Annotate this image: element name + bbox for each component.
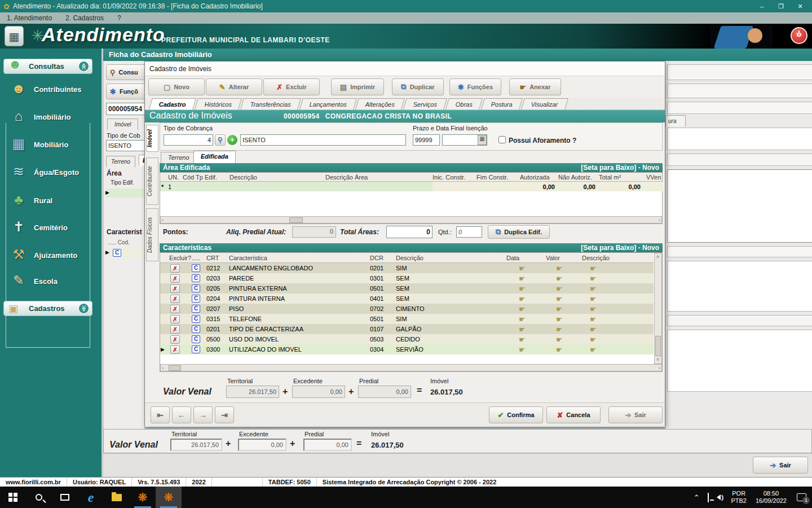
hand-pointer-icon[interactable]: ☛	[556, 314, 567, 324]
caracteristica-row[interactable]: ✗C0500USO DO IMOVEL0503CEDIDO☛☛☛	[160, 334, 654, 344]
funcoes-button[interactable]: ✱ Funçõ	[106, 84, 144, 99]
side-tab-dados-fisicos[interactable]: Dados Físicos	[146, 208, 158, 261]
hand-pointer-icon[interactable]: ☛	[519, 263, 530, 273]
file-explorer-button[interactable]	[104, 487, 130, 508]
hand-pointer-icon[interactable]: ☛	[590, 304, 601, 314]
sub-tab-edificada[interactable]: Edificada	[193, 151, 236, 163]
confirma-button[interactable]: ✔ Confirma	[489, 406, 543, 423]
hand-pointer-icon[interactable]: ☛	[556, 324, 567, 334]
start-button[interactable]	[0, 487, 26, 508]
fiorilli-app-button-2[interactable]: ❋	[156, 487, 182, 508]
prazo-input[interactable]: 99999	[413, 134, 440, 146]
excluir-row-icon[interactable]: ✗	[170, 295, 180, 303]
anexar-button[interactable]: ☛Anexar	[509, 78, 561, 95]
nav-first-button[interactable]: ⇤	[151, 406, 170, 423]
hand-pointer-icon[interactable]: ☛	[590, 314, 601, 324]
chevron-down-icon[interactable]: ≪	[78, 303, 89, 314]
consultas-button[interactable]: ⚲ Consu	[106, 64, 144, 80]
hand-pointer-icon[interactable]: ☛	[556, 294, 567, 304]
excluir-row-icon[interactable]: ✗	[170, 335, 180, 344]
minimize-button[interactable]: –	[752, 0, 771, 12]
caracteristica-row[interactable]: ✗C0212LANCAMENTO ENGLOBADO0201SIM☛☛☛	[160, 263, 654, 273]
hand-pointer-icon[interactable]: ☛	[519, 344, 530, 354]
alterar-button[interactable]: ✎Alterar	[206, 78, 262, 95]
total-areas-input[interactable]: 0	[386, 226, 433, 238]
sidebar-group-cadastros[interactable]: ▣ Cadastros ≪	[3, 301, 92, 316]
fiorilli-app-button-1[interactable]: ❋	[130, 487, 156, 508]
caracteristica-row[interactable]: ✗C0204PINTURA INTERNA0401SEM☛☛☛	[160, 294, 654, 304]
internet-explorer-button[interactable]: e	[78, 487, 104, 508]
hand-pointer-icon[interactable]: ☛	[590, 273, 601, 283]
hand-pointer-icon[interactable]: ☛	[519, 334, 530, 344]
side-tab-contribuinte[interactable]: Contribuinte	[146, 157, 158, 205]
hand-pointer-icon[interactable]: ☛	[590, 344, 601, 354]
task-view-button[interactable]	[52, 487, 78, 508]
excluir-row-icon[interactable]: ✗	[170, 325, 180, 334]
duplica-edif-button[interactable]: ⧉ Duplica Edif.	[488, 225, 550, 239]
bg-postura-tab-fragment[interactable]: ura	[665, 115, 686, 126]
tab-historicos[interactable]: Históricos	[195, 98, 242, 110]
imprimir-button[interactable]: ▤Imprimir	[331, 78, 384, 95]
excluir-row-icon[interactable]: ✗	[170, 305, 180, 313]
funcoes-button-dlg[interactable]: ✱Funções	[449, 78, 501, 95]
add-button[interactable]: +	[227, 135, 237, 145]
area-hscrollbar[interactable]: ‹ ›	[160, 216, 662, 224]
search-button-taskbar[interactable]	[26, 487, 52, 508]
hand-pointer-icon[interactable]: ☛	[519, 294, 530, 304]
sidebar-item-rural[interactable]: ♣Rural	[8, 189, 92, 212]
hand-pointer-icon[interactable]: ☛	[556, 334, 567, 344]
hand-pointer-icon[interactable]: ☛	[556, 344, 567, 354]
hand-pointer-icon[interactable]: ☛	[590, 283, 601, 294]
caracteristica-row[interactable]: ✗C0315TELEFONE0501SIM☛☛☛	[160, 314, 654, 324]
speaker-icon[interactable]: ))	[717, 494, 723, 501]
tipo-cobranca-desc-input[interactable]: ISENTO	[240, 134, 406, 146]
bg-imovel-tab[interactable]: Imóvel	[107, 119, 138, 130]
nav-last-button[interactable]: ⇥	[215, 406, 234, 423]
aforamento-checkbox[interactable]	[498, 136, 506, 143]
area-edificada-row[interactable]: * 1 0,00 0,00 0,00	[160, 182, 662, 191]
tab-cadastro[interactable]: Cadastro	[149, 98, 196, 110]
sidebar-item-agua-esgoto[interactable]: ≋Água/Esgoto	[8, 161, 92, 183]
tab-lancamentos[interactable]: Lançamentos	[299, 98, 357, 110]
network-icon[interactable]	[708, 493, 709, 502]
sidebar-item-mobiliario[interactable]: ▦Mobiliário	[8, 133, 92, 156]
nav-next-button[interactable]: →	[193, 406, 213, 423]
language-indicator[interactable]: PORPTB2	[731, 490, 747, 505]
excluir-button[interactable]: ✗Excluir	[263, 78, 320, 95]
clock[interactable]: 08:5016/09/2022	[756, 490, 787, 505]
tab-obras[interactable]: Obras	[445, 98, 483, 110]
calendar-icon[interactable]: ▦	[478, 135, 487, 145]
sidebar-item-cemiterio[interactable]: ✝Cemitério	[8, 216, 92, 239]
caracteristica-row[interactable]: ✗C0201TIPO DE CARACTERIZAA0107GALPÃO☛☛☛	[160, 324, 654, 334]
bg-terreno-tab[interactable]: Terreno	[106, 156, 135, 167]
caracteristica-row[interactable]: ✗C0205PINTURA EXTERNA0501SEM☛☛☛	[160, 283, 654, 294]
chevron-up-icon[interactable]: ≪	[78, 61, 89, 72]
menu-cadastros[interactable]: 2. Cadastros	[59, 14, 111, 22]
maximize-button[interactable]: ❐	[771, 0, 791, 12]
hand-pointer-icon[interactable]: ☛	[556, 283, 567, 294]
hand-pointer-icon[interactable]: ☛	[556, 273, 567, 283]
caracteristica-row[interactable]: ▶✗C0300UTILIZACAO DO IMOVEL0304SERVIÃO☛☛…	[160, 344, 654, 354]
side-tab-imovel[interactable]: Imóvel	[146, 125, 158, 152]
search-button[interactable]: ⚲	[215, 134, 226, 146]
notification-icon[interactable]: 1	[797, 493, 806, 501]
hand-pointer-icon[interactable]: ☛	[590, 334, 601, 344]
menu-atendimento[interactable]: 1. Atendimento	[0, 14, 59, 22]
qtd-input[interactable]: 0	[456, 226, 482, 238]
cancela-button[interactable]: ✘ Cancela	[546, 406, 601, 423]
carac-hscrollbar[interactable]: ‹ ›	[160, 364, 662, 371]
excluir-row-icon[interactable]: ✗	[170, 274, 180, 283]
excluir-row-icon[interactable]: ✗	[170, 264, 180, 273]
hand-pointer-icon[interactable]: ☛	[590, 324, 601, 334]
sidebar-group-consultas[interactable]: ☻ Consultas ≪	[3, 59, 92, 74]
menu-help[interactable]: ?	[111, 14, 128, 22]
close-button[interactable]: ✕	[791, 0, 810, 12]
sair-button-dialog[interactable]: ➔ Sair	[608, 406, 663, 423]
hand-pointer-icon[interactable]: ☛	[519, 314, 530, 324]
hand-pointer-icon[interactable]: ☛	[519, 273, 530, 283]
sidebar-item-contribuintes[interactable]: ☻Contribuintes	[8, 78, 92, 100]
novo-button[interactable]: ▢Novo	[148, 78, 205, 95]
status-site[interactable]: www.fiorilli.com.br	[0, 478, 67, 487]
excluir-row-icon[interactable]: ✗	[170, 345, 180, 354]
tab-visualizar[interactable]: Visualizar	[521, 98, 568, 110]
